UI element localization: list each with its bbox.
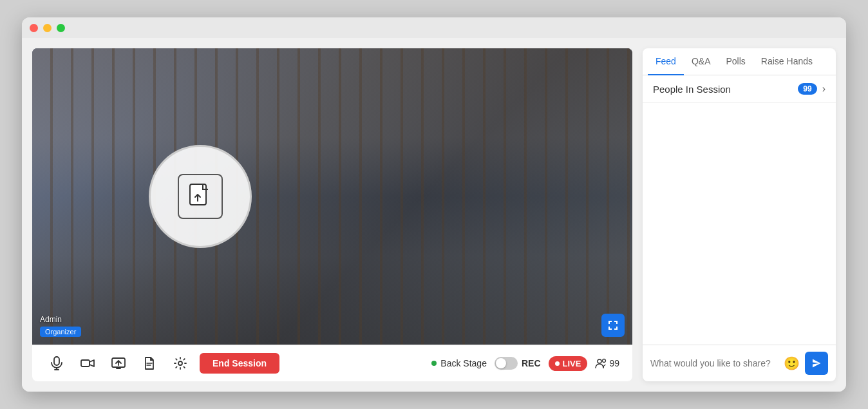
main-window: Admin Organizer xyxy=(22,17,846,392)
svg-point-12 xyxy=(603,359,606,363)
tabs-row: Feed Q&A Polls Raise Hands xyxy=(643,48,836,75)
close-button[interactable] xyxy=(30,24,38,32)
title-bar xyxy=(22,17,846,38)
minimize-button[interactable] xyxy=(43,24,52,32)
tab-feed[interactable]: Feed xyxy=(648,48,684,75)
maximize-button[interactable] xyxy=(57,24,65,32)
screen-share-button[interactable] xyxy=(107,352,130,375)
panel-content xyxy=(643,103,836,345)
upload-icon xyxy=(178,174,223,219)
live-label: LIVE xyxy=(563,359,581,368)
tab-raise-hands[interactable]: Raise Hands xyxy=(753,48,820,75)
chat-input-row: 🙂 xyxy=(643,345,836,381)
tab-qa[interactable]: Q&A xyxy=(684,48,719,75)
video-area: Admin Organizer xyxy=(32,48,632,345)
tab-polls[interactable]: Polls xyxy=(719,48,753,75)
controls-bar: End Session Back Stage REC LIVE xyxy=(32,345,632,381)
organizer-label: Organizer xyxy=(40,327,81,337)
end-session-button[interactable]: End Session xyxy=(200,353,279,374)
attendee-count: 99 xyxy=(595,358,619,368)
backstage-label: Back Stage xyxy=(440,358,487,368)
rec-thumb xyxy=(496,358,506,368)
fullscreen-button[interactable] xyxy=(601,314,625,337)
file-button[interactable] xyxy=(138,352,161,375)
chevron-right-icon: › xyxy=(822,83,826,95)
emoji-button[interactable]: 🙂 xyxy=(784,356,800,371)
rec-track xyxy=(495,357,518,370)
mic-button[interactable] xyxy=(45,352,68,375)
backstage-dot xyxy=(431,361,437,366)
svg-rect-4 xyxy=(81,360,90,366)
upload-overlay[interactable] xyxy=(149,145,252,248)
svg-point-11 xyxy=(598,359,601,363)
people-label: People In Session xyxy=(653,84,798,95)
svg-point-10 xyxy=(178,361,182,365)
people-in-session-row[interactable]: People In Session 99 › xyxy=(643,75,836,103)
chat-input[interactable] xyxy=(650,358,778,368)
app-body: Admin Organizer xyxy=(22,38,846,392)
live-dot xyxy=(555,361,560,366)
right-panel: Feed Q&A Polls Raise Hands People In Ses… xyxy=(643,48,836,381)
live-badge: LIVE xyxy=(549,356,588,371)
people-count-badge: 99 xyxy=(798,83,816,95)
backstage-area: Back Stage xyxy=(431,358,487,368)
svg-rect-1 xyxy=(54,357,59,365)
rec-label: REC xyxy=(522,358,541,368)
left-panel: Admin Organizer xyxy=(32,48,632,381)
attendee-number: 99 xyxy=(609,358,619,368)
admin-name: Admin xyxy=(40,315,81,324)
settings-button[interactable] xyxy=(169,352,192,375)
video-background xyxy=(32,48,632,345)
rec-toggle[interactable]: REC xyxy=(495,357,541,370)
camera-button[interactable] xyxy=(76,352,99,375)
admin-badge: Admin Organizer xyxy=(40,315,81,337)
send-button[interactable] xyxy=(805,352,828,375)
